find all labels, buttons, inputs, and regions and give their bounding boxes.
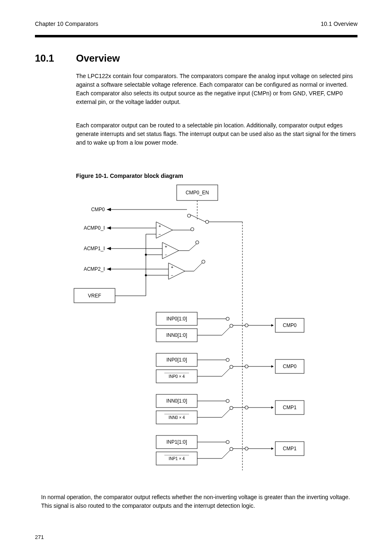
section-number: 10.1 bbox=[35, 53, 54, 64]
svg-point-61 bbox=[226, 399, 229, 403]
svg-line-59 bbox=[222, 409, 230, 417]
cmp0-input-label: CMP0 bbox=[91, 207, 105, 212]
page: Chapter 10 Comparators 10.1 Overview 10.… bbox=[0, 0, 392, 555]
svg-point-3 bbox=[187, 214, 191, 217]
svg-point-49 bbox=[226, 358, 229, 362]
cmp0-en-box: CMP0_EN bbox=[186, 190, 209, 196]
section-title: Overview bbox=[76, 53, 120, 64]
out-cmp0: CMP0 bbox=[283, 322, 297, 328]
inn0-label: INN0[1:0] bbox=[166, 332, 187, 338]
figure-caption: Figure 10-1. Comparator block diagram bbox=[76, 173, 183, 179]
svg-line-4 bbox=[191, 215, 205, 222]
header-rule bbox=[35, 35, 357, 37]
svg-point-5 bbox=[205, 220, 209, 223]
svg-point-36 bbox=[230, 324, 233, 327]
svg-point-50 bbox=[245, 365, 248, 368]
comparator-block-diagram: CMP0_EN CMP0 ACMP0_I + − bbox=[41, 181, 362, 485]
acmp0-label: ACMP0_I bbox=[84, 225, 105, 231]
svg-point-60 bbox=[230, 406, 233, 410]
section-label-right: 10.1 Overview bbox=[321, 21, 357, 27]
svg-line-21 bbox=[194, 263, 202, 271]
acmp1-label: ACMP1_I bbox=[84, 246, 105, 251]
out-cmp0-b: CMP0 bbox=[283, 364, 297, 369]
inp1x-label: INP1 × 4 bbox=[168, 456, 185, 461]
minus-2: − bbox=[165, 253, 167, 257]
page-number: 271 bbox=[35, 534, 44, 540]
header-row: Chapter 10 Comparators 10.1 Overview bbox=[35, 21, 357, 30]
page-header: Chapter 10 Comparators 10.1 Overview bbox=[35, 21, 357, 30]
svg-point-72 bbox=[230, 447, 233, 451]
footer-paragraph: In normal operation, the comparator outp… bbox=[41, 493, 360, 510]
svg-point-62 bbox=[245, 406, 248, 409]
out-cmp1-b: CMP1 bbox=[283, 446, 297, 451]
svg-point-38 bbox=[245, 324, 248, 327]
inp0x-label: INP0 × 4 bbox=[168, 374, 185, 379]
inp0-label: INP0[1:0] bbox=[166, 316, 187, 322]
overview-paragraph-1: The LPC122x contain four comparators. Th… bbox=[76, 72, 360, 106]
chapter-label: Chapter 10 Comparators bbox=[35, 21, 98, 27]
svg-point-30 bbox=[145, 274, 147, 276]
svg-point-11 bbox=[191, 228, 194, 231]
svg-point-29 bbox=[145, 254, 147, 256]
plus-3: + bbox=[171, 265, 173, 269]
out-cmp1: CMP1 bbox=[283, 405, 297, 410]
svg-line-47 bbox=[222, 368, 230, 376]
plus-1: + bbox=[159, 224, 161, 228]
svg-point-74 bbox=[245, 447, 248, 450]
inn0x-label: INN0 × 4 bbox=[168, 415, 185, 420]
inp1-label: INP1[1:0] bbox=[166, 439, 187, 445]
svg-point-48 bbox=[230, 365, 233, 368]
overview-paragraph-2: Each comparator output can be routed to … bbox=[76, 121, 360, 147]
svg-point-37 bbox=[226, 317, 229, 320]
inp0-row2: INP0[1:0] bbox=[166, 357, 187, 363]
svg-point-22 bbox=[202, 260, 205, 263]
vref-box: VREF bbox=[88, 293, 101, 299]
svg-line-71 bbox=[222, 450, 230, 458]
svg-point-16 bbox=[196, 241, 199, 244]
svg-point-73 bbox=[226, 440, 229, 444]
svg-line-35 bbox=[222, 327, 230, 335]
acmp2-label: ACMP2_I bbox=[84, 266, 105, 272]
minus-3: − bbox=[171, 273, 173, 278]
minus-1: − bbox=[159, 232, 161, 237]
inn0-row3: INN0[1:0] bbox=[166, 398, 187, 404]
svg-line-17 bbox=[189, 244, 196, 251]
plus-2: + bbox=[165, 244, 167, 249]
